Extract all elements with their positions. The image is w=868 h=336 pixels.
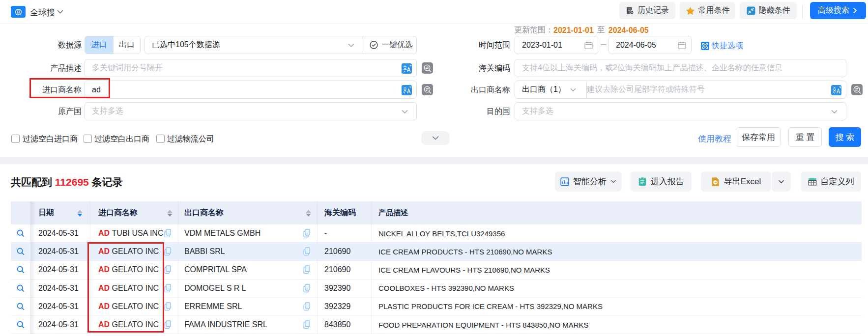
svg-text:BI: BI	[565, 181, 569, 185]
